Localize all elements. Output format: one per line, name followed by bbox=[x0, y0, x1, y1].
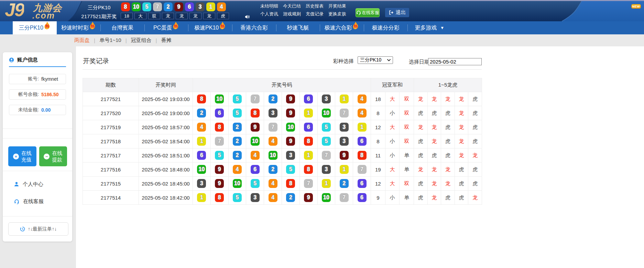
ball-cell: 3 bbox=[264, 106, 282, 120]
ball-4: 4 bbox=[251, 151, 260, 160]
ball-4: 4 bbox=[269, 137, 277, 146]
ball-7: 7 bbox=[340, 109, 349, 118]
sidebar-item-label: 在线客服 bbox=[23, 198, 44, 205]
nav-tab-8[interactable]: 极速分分彩 bbox=[364, 21, 408, 34]
ball-8: 8 bbox=[358, 151, 367, 160]
ball-cell: 2 bbox=[228, 134, 246, 148]
speaker-icon[interactable] bbox=[244, 14, 251, 20]
table-header-row: 期数 开奖时间 开奖号码 冠亚军和 1~5龙虎 bbox=[83, 78, 482, 92]
ball-cell: 10 bbox=[317, 106, 335, 120]
ball-8: 8 bbox=[304, 137, 313, 146]
nav-tab-2[interactable]: 台灣賓果 bbox=[100, 21, 144, 34]
table-row: 2177516 2025-05-02 18:48:00 10946258317 … bbox=[83, 163, 482, 177]
ball-cell: 9 bbox=[282, 106, 299, 120]
subnav-item-1[interactable]: 单号1~10 bbox=[99, 37, 121, 44]
latest-orders-button[interactable]: ↑↓最新注单↑↓ bbox=[8, 222, 68, 236]
ball-cell: 4 bbox=[353, 92, 371, 106]
table-body: 2177521 2025-05-02 19:03:00 81057296314 … bbox=[83, 92, 482, 205]
topbar-menu-item[interactable]: 个人资讯 bbox=[260, 11, 279, 17]
ball-cell: 6 bbox=[299, 92, 317, 106]
topbar-menu-item[interactable]: 历史报表 bbox=[306, 3, 324, 9]
svg-text:熱: 熱 bbox=[174, 24, 178, 29]
topbar-menu-item[interactable]: 今天已结 bbox=[283, 3, 301, 9]
divider bbox=[3, 129, 72, 129]
ball-2: 2 bbox=[286, 193, 295, 202]
svg-text:熱: 熱 bbox=[45, 24, 49, 29]
ball-cell: 4 bbox=[264, 134, 282, 148]
ball-2: 2 bbox=[340, 179, 349, 188]
topbar-menu-item[interactable]: 游戏规则 bbox=[283, 11, 301, 17]
divider bbox=[3, 138, 72, 138]
nav-tab-6[interactable]: 秒速飞艇 bbox=[276, 21, 320, 34]
nav-tab-label: PC蛋蛋 bbox=[153, 24, 172, 32]
ball-1: 1 bbox=[304, 109, 313, 118]
nav-tab-0[interactable]: 三分PK10 熱 bbox=[13, 21, 57, 34]
online-service-button[interactable]: 在线客服 bbox=[356, 8, 380, 17]
ball-10: 10 bbox=[269, 151, 277, 160]
deposit-button[interactable]: + 在线充值 bbox=[8, 146, 36, 166]
topbar-menu-item[interactable]: 更换皮肤 bbox=[328, 11, 347, 17]
ball-cell: 6 bbox=[299, 120, 317, 134]
logo[interactable]: J9 九游会 .com bbox=[4, 1, 80, 21]
logout-button[interactable]: 退出 bbox=[385, 8, 409, 17]
ball-6: 6 bbox=[215, 109, 224, 118]
hot-flame-icon: 熱 bbox=[44, 22, 51, 30]
ball-7: 7 bbox=[215, 137, 224, 146]
dragon-tiger-cell: 龙 bbox=[455, 134, 468, 148]
ball-cell: 4 bbox=[193, 120, 211, 134]
parity-cell: 双 bbox=[400, 92, 414, 106]
ball-9: 9 bbox=[215, 165, 224, 174]
topbar-menu-item[interactable]: 充值记录 bbox=[306, 11, 324, 17]
nav-tab-7[interactable]: 极速六合彩 熱 bbox=[320, 21, 364, 34]
plus-circle-icon: + bbox=[13, 154, 19, 159]
subnav-item-0[interactable]: 两面盘 bbox=[74, 37, 90, 44]
ball-cell: 5 bbox=[317, 120, 335, 134]
nav-tab-5[interactable]: 香港六合彩 bbox=[232, 21, 276, 34]
ball-cell: 6 bbox=[193, 148, 211, 163]
lottery-select-label: 彩种选择 bbox=[333, 58, 354, 65]
ball-6: 6 bbox=[185, 2, 194, 11]
date-input[interactable] bbox=[428, 58, 482, 65]
ball-2: 2 bbox=[233, 123, 242, 132]
ball-cell: 2 bbox=[335, 177, 353, 191]
nav-tab-3[interactable]: PC蛋蛋 熱 bbox=[144, 21, 188, 34]
period-cell: 2177521 bbox=[83, 92, 139, 106]
account-field-value: 0.00 bbox=[41, 107, 51, 113]
dragon-tiger-cell: 虎 bbox=[468, 106, 482, 120]
ball-cell: 5 bbox=[228, 106, 246, 120]
nav-tab-4[interactable]: 极速PK10 熱 bbox=[188, 21, 232, 34]
dragon-tiger-cell: 虎 bbox=[427, 106, 441, 120]
nav-tab-label: 三分PK10 bbox=[19, 24, 43, 32]
sidebar-item-personal-center[interactable]: 个人中心 bbox=[3, 176, 72, 193]
dragon-tiger-cell: 龙 bbox=[455, 120, 468, 134]
ball-7: 7 bbox=[251, 94, 260, 103]
sidebar-item-online-service[interactable]: 在线客服 bbox=[3, 193, 72, 210]
ball-3: 3 bbox=[196, 2, 205, 11]
nav-tab-label: 秒速飞艇 bbox=[287, 24, 309, 32]
nav-tab-1[interactable]: 秒速时时彩 熱 bbox=[57, 21, 101, 34]
period-cell: 2177517 bbox=[83, 148, 139, 163]
nav-tab-9[interactable]: 更多游戏▼ bbox=[407, 21, 451, 34]
period-cell: 2177515 bbox=[83, 177, 139, 191]
topbar-menu-item[interactable]: 未结明细 bbox=[260, 3, 279, 9]
ball-1: 1 bbox=[197, 137, 206, 146]
topbar-menu: 未结明细今天已结历史报表开奖结果个人资讯游戏规则充值记录更换皮肤 bbox=[260, 3, 347, 17]
sum-cell: 18 bbox=[371, 92, 385, 106]
ball-cell: 1 bbox=[317, 177, 335, 191]
header-result-cell: 龙 bbox=[176, 13, 188, 19]
ball-cell: 7 bbox=[335, 106, 353, 120]
current-draw-info: 三分PK10 2177521期开奖 bbox=[80, 1, 118, 21]
ball-9: 9 bbox=[286, 94, 295, 103]
ball-cell: 9 bbox=[335, 148, 353, 163]
ball-10: 10 bbox=[233, 179, 242, 188]
ball-cell: 7 bbox=[246, 92, 264, 106]
subnav-item-2[interactable]: 冠亚组合 bbox=[131, 37, 152, 44]
subnav-item-3[interactable]: 番摊 bbox=[161, 37, 172, 44]
lottery-select[interactable]: 三分PK10 bbox=[358, 56, 393, 64]
ball-cell: 7 bbox=[317, 148, 335, 163]
topbar-menu-item[interactable]: 开奖结果 bbox=[328, 3, 347, 9]
ball-cell: 6 bbox=[246, 163, 264, 177]
withdraw-button[interactable]: − 在线提款 bbox=[39, 146, 67, 166]
header-result-cell: 大 bbox=[134, 13, 146, 19]
size-cell: 大 bbox=[385, 177, 400, 191]
